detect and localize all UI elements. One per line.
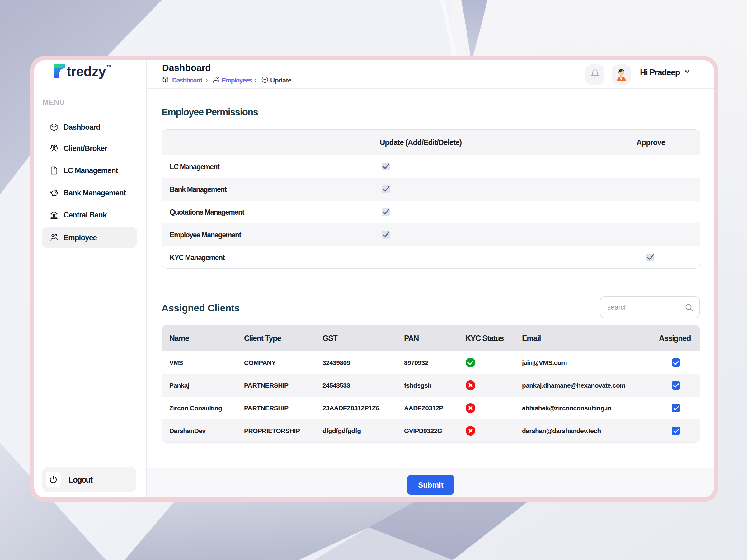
svg-text:tredzy: tredzy xyxy=(67,64,106,79)
svg-text:TM: TM xyxy=(107,65,111,68)
